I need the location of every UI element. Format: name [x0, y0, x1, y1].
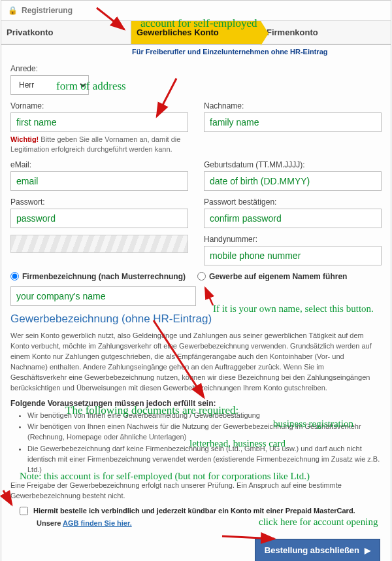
vorname-input[interactable] — [10, 112, 188, 132]
lock-icon: 🔒 — [8, 6, 18, 15]
own-name-radio[interactable] — [197, 272, 206, 280]
submit-label: Bestellung abschließen — [265, 545, 359, 555]
freigabe-text: Eine Freigabe der Gewerbebezeichnung erf… — [10, 481, 382, 502]
password-label: Passwort: — [10, 197, 188, 207]
password-confirm-input[interactable] — [204, 209, 382, 228]
tab-gewerbliches-konto[interactable]: Gewerbliches Konto — [131, 21, 261, 44]
section-heading: Gewerbebezeichnung (ohne HR-Eintrag) — [10, 313, 382, 326]
agb-link[interactable]: AGB finden Sie hier. — [63, 519, 132, 527]
anrede-select[interactable]: Herr — [10, 75, 89, 95]
consent-label: Hiermit bestelle ich verbindlich und jed… — [33, 507, 355, 515]
page-title: Registrierung — [22, 6, 73, 15]
nachname-label: Nachname: — [204, 101, 382, 110]
company-name-radio[interactable] — [10, 272, 19, 280]
chevron-right-icon: ▶ — [365, 546, 370, 555]
mobile-label: Handynummer: — [204, 235, 382, 244]
consent-checkbox[interactable] — [20, 507, 28, 515]
email-input[interactable] — [10, 171, 188, 191]
dob-input[interactable] — [204, 171, 382, 191]
own-name-option[interactable]: Gewerbe auf eigenem Namem führen — [197, 272, 347, 281]
company-name-input[interactable] — [10, 286, 196, 306]
password-input[interactable] — [10, 209, 188, 228]
password-confirm-label: Passwort bestätigen: — [204, 197, 382, 207]
tab-active-description: Für Freiberufler und Einzelunternehmen o… — [1, 47, 391, 56]
anrede-label: Anrede: — [10, 64, 128, 73]
dob-label: Geburtsdatum (TT.MM.JJJJ): — [204, 160, 382, 169]
submit-button[interactable]: Bestellung abschließen ▶ — [255, 539, 380, 561]
requirements-list: Wir benötigen von Ihnen eine Gewerbeanme… — [10, 411, 382, 476]
section-body: Wer sein Konto gewerblich nutzt, also Ge… — [10, 331, 382, 394]
captcha-placeholder — [10, 235, 188, 253]
requirements-subhead: Folgende Voraussetzungen müssen jedoch e… — [10, 399, 382, 408]
nachname-input[interactable] — [204, 112, 382, 132]
vorname-hint: Wichtig! Bitte geben Sie alle Vornamen a… — [10, 135, 188, 154]
email-label: eMail: — [10, 160, 188, 169]
requirement-item: Wir benötigen von Ihnen eine Gewerbeanme… — [27, 411, 382, 421]
company-name-option[interactable]: Firmenbezeichnung (nach Musterrechnung) — [10, 272, 186, 281]
tab-privatkonto[interactable]: Privatkonto — [1, 21, 131, 44]
vorname-label: Vorname: — [10, 101, 188, 110]
requirement-item: Wir benötigen von Ihnen einen Nachweis f… — [27, 422, 382, 443]
tab-firmenkonto[interactable]: Firmenkonto — [261, 21, 391, 44]
requirement-item: Die Gewerbebezeichnung darf keine Firmen… — [27, 444, 382, 475]
account-type-tabs: Privatkonto Gewerbliches Konto Firmenkon… — [1, 21, 391, 44]
mobile-input[interactable] — [204, 246, 382, 265]
agb-line: Unsere AGB finden Sie hier. — [10, 519, 382, 527]
